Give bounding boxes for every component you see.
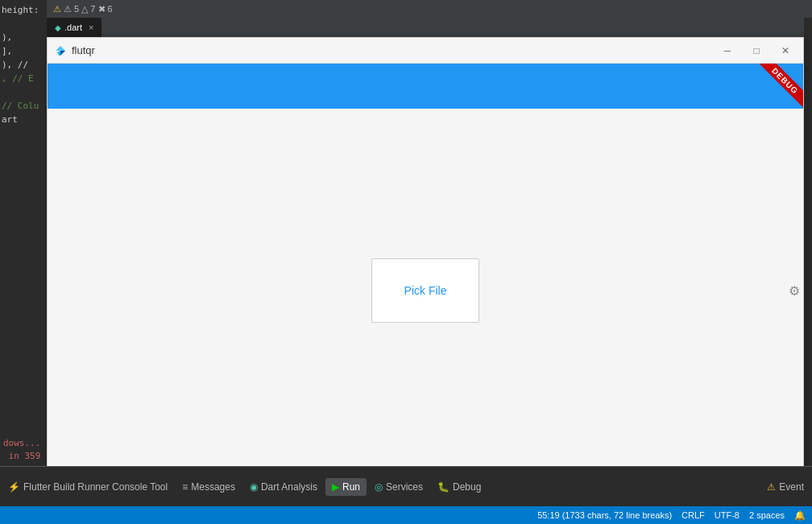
flutter-appbar: DEBUG — [48, 64, 803, 109]
messages-label: Messages — [191, 481, 235, 493]
flutter-window-title: flutqr — [72, 44, 716, 56]
console-line-1: dows... — [3, 437, 44, 450]
tab-dart-label: .dart — [64, 23, 82, 32]
bottom-tabs: ⚡ Flutter Build Runner Console Tool ≡ Me… — [0, 467, 812, 506]
debug-label: Debug — [453, 481, 481, 493]
status-bar: 55:19 (1733 chars, 72 line breaks) CRLF … — [0, 506, 812, 524]
code-panel: height: 100, ), ], ), // , // E // Colu … — [0, 0, 47, 130]
warnings-bar: ⚠ ⚠ 5 △ 7 ✖ 6 — [47, 0, 812, 18]
line-endings[interactable]: CRLF — [682, 510, 705, 520]
code-line-6: , // E — [2, 72, 45, 85]
cursor-position: 55:19 (1733 chars, 72 line breaks) — [537, 510, 672, 520]
close-button[interactable]: ✕ — [774, 42, 797, 60]
pick-file-button[interactable]: Pick File — [371, 258, 480, 323]
bottom-panel: ⚡ Flutter Build Runner Console Tool ≡ Me… — [0, 466, 812, 506]
debug-banner: DEBUG — [739, 64, 803, 109]
flutter-runner-icon: ⚡ — [8, 481, 20, 493]
tab-services[interactable]: ◎ Services — [368, 478, 429, 496]
messages-icon: ≡ — [182, 481, 188, 493]
code-tab-dart[interactable]: ◆ .dart × — [47, 18, 102, 37]
code-line-4: ], — [2, 44, 45, 58]
tab-messages[interactable]: ≡ Messages — [176, 478, 242, 496]
tab-dart-analysis[interactable]: ◉ Dart Analysis — [243, 478, 324, 496]
code-line-1: height: 100, — [2, 3, 45, 17]
svg-marker-2 — [57, 51, 60, 56]
code-line-7 — [2, 85, 45, 99]
code-line-3: ), — [2, 31, 45, 44]
flutter-logo-icon — [54, 44, 67, 57]
minimize-button[interactable]: ─ — [716, 42, 739, 60]
code-line-5: ), // — [2, 58, 45, 72]
code-line-2 — [2, 17, 45, 31]
debug-banner-text: DEBUG — [756, 64, 803, 109]
run-icon: ▶ — [332, 481, 339, 493]
event-label: Event — [779, 481, 804, 493]
svg-marker-0 — [56, 46, 65, 51]
svg-marker-1 — [60, 51, 65, 56]
dart-analysis-label: Dart Analysis — [261, 481, 317, 493]
code-tabs-bar: ◆ .dart × — [47, 18, 804, 37]
console-output: dows... in 359 — [0, 434, 47, 466]
tab-debug[interactable]: 🐛 Debug — [431, 478, 487, 496]
console-line-2: in 359 — [3, 450, 44, 463]
tab-flutter-build-runner[interactable]: ⚡ Flutter Build Runner Console Tool — [2, 478, 174, 496]
tab-event[interactable]: ⚠ Event — [760, 478, 810, 496]
run-label: Run — [342, 481, 360, 493]
notifications-icon[interactable]: 🔔 — [794, 510, 806, 521]
encoding[interactable]: UTF-8 — [715, 510, 740, 520]
tab-dart-icon: ◆ — [55, 23, 61, 32]
debug-icon: 🐛 — [437, 481, 450, 493]
tab-close-icon[interactable]: × — [89, 23, 93, 32]
flutter-content-area: Pick File ⚙ — [48, 109, 803, 472]
services-label: Services — [386, 481, 423, 493]
code-line-8: // Colu — [2, 99, 45, 113]
maximize-button[interactable]: □ — [745, 42, 768, 60]
services-icon: ◎ — [375, 481, 383, 493]
settings-icon[interactable]: ⚙ — [789, 283, 800, 299]
window-controls: ─ □ ✕ — [716, 42, 797, 60]
flutter-runner-label: Flutter Build Runner Console Tool — [23, 481, 168, 493]
event-icon: ⚠ — [767, 481, 776, 493]
flutter-window: flutqr ─ □ ✕ DEBUG Pick File ⚙ — [47, 37, 804, 472]
code-line-art: art — [2, 113, 45, 126]
warnings-text: ⚠ ⚠ 5 △ 7 ✖ 6 — [53, 4, 113, 14]
dart-analysis-icon: ◉ — [250, 481, 258, 493]
tab-run[interactable]: ▶ Run — [325, 478, 367, 496]
indent-size[interactable]: 2 spaces — [749, 510, 785, 520]
flutter-titlebar: flutqr ─ □ ✕ — [48, 38, 803, 64]
